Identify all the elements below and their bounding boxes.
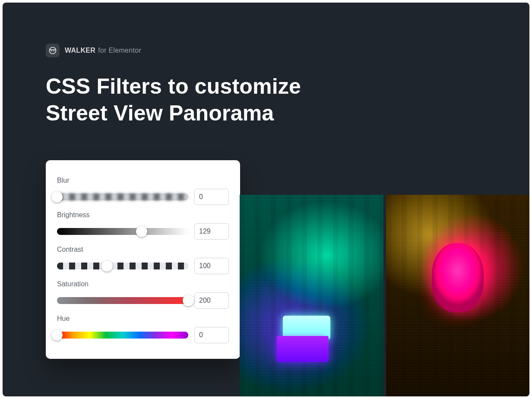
slider-thumb-saturation[interactable]: [183, 295, 194, 306]
slider-contrast[interactable]: [57, 263, 188, 269]
label-saturation: Saturation: [57, 280, 229, 288]
control-blur: Blur 0: [57, 177, 229, 205]
svg-point-2: [53, 51, 54, 51]
control-hue: Hue 0: [57, 315, 229, 343]
input-saturation[interactable]: 200: [194, 292, 229, 309]
brand-name: WALKER: [65, 47, 95, 54]
app-frame: WALKER for Elementor CSS Filters to cust…: [3, 3, 529, 396]
page-title: CSS Filters to customize Street View Pan…: [46, 73, 301, 127]
input-hue[interactable]: 0: [194, 327, 229, 343]
label-blur: Blur: [57, 177, 229, 184]
slider-thumb-brightness[interactable]: [136, 226, 147, 237]
svg-point-0: [50, 48, 56, 54]
input-blur[interactable]: 0: [194, 189, 229, 205]
walker-logo-icon: [46, 44, 60, 57]
label-brightness: Brightness: [57, 211, 229, 219]
page-title-line-2: Street View Panorama: [46, 100, 301, 127]
brand-tagline: for Elementor: [98, 47, 141, 54]
slider-thumb-contrast[interactable]: [101, 260, 113, 272]
slider-thumb-blur[interactable]: [51, 191, 63, 203]
slider-saturation[interactable]: [57, 297, 188, 304]
preview-photos: [240, 195, 529, 396]
control-contrast: Contrast 100: [57, 246, 229, 274]
slider-blur[interactable]: [57, 193, 188, 200]
input-brightness[interactable]: 129: [194, 223, 229, 240]
input-contrast[interactable]: 100: [194, 258, 229, 274]
slider-hue[interactable]: [57, 332, 188, 339]
label-hue: Hue: [57, 315, 229, 323]
svg-point-1: [51, 51, 52, 51]
control-brightness: Brightness 129: [57, 211, 229, 240]
slider-brightness[interactable]: [57, 228, 188, 235]
page-title-line-1: CSS Filters to customize: [46, 73, 301, 100]
filters-panel: Blur 0 Brightness 129 Contrast: [46, 160, 240, 359]
preview-photo-left: [240, 195, 383, 396]
slider-thumb-hue[interactable]: [51, 329, 63, 341]
brand: WALKER for Elementor: [46, 44, 141, 57]
preview-photo-right: [386, 195, 530, 396]
control-saturation: Saturation 200: [57, 280, 229, 309]
label-contrast: Contrast: [57, 246, 229, 253]
